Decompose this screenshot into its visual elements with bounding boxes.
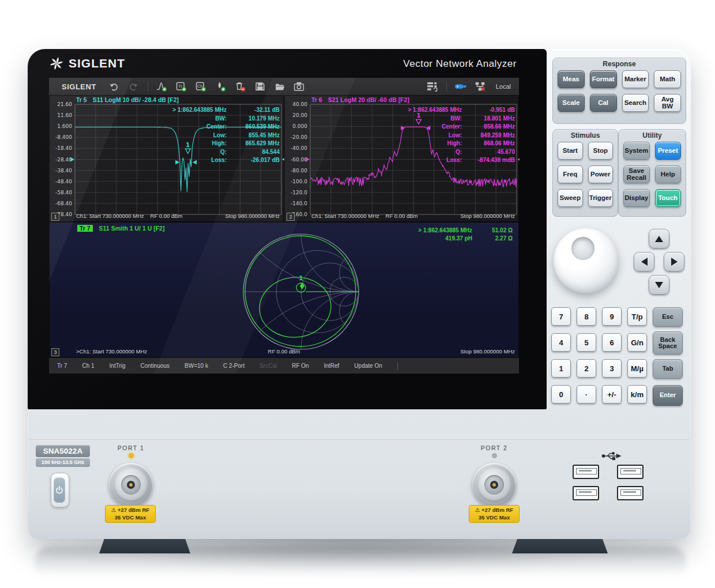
down-arrow-icon xyxy=(655,282,663,288)
rotary-knob[interactable] xyxy=(554,228,618,293)
bandwidth-stat-row: High:868.06 MHz xyxy=(368,140,515,146)
channel-footer: 1 Ch1: Start 730.000000 MHz RF 0.00 dBm … xyxy=(50,212,283,221)
svg-text:1: 1 xyxy=(299,275,303,281)
right-arrow-icon xyxy=(671,258,678,266)
up-arrow-key[interactable] xyxy=(649,229,669,248)
save-recall-button[interactable]: Save Recall xyxy=(623,165,650,183)
redo-icon[interactable] xyxy=(127,80,141,93)
svg-text:-48.40: -48.40 xyxy=(55,179,72,184)
marker-readout-panel: > 1:862.643885 MHz51.02 Ω 419.37 pH2.27 … xyxy=(368,227,513,243)
key-g-n[interactable]: G/n xyxy=(627,333,647,352)
key-0[interactable]: 0 xyxy=(551,385,571,404)
plot-s11-logmag: Tr 5S11 LogM 10 dB/ -28.4 dB [F2] 21.601… xyxy=(49,95,284,222)
key-3[interactable]: 3 xyxy=(602,359,622,378)
add-marker-icon[interactable] xyxy=(214,80,228,93)
active-trace-badge: Tr 7 xyxy=(77,225,93,232)
esc-key[interactable]: Esc xyxy=(653,307,683,327)
add-trace-icon[interactable]: Tr xyxy=(175,80,189,93)
meas-button[interactable]: Meas xyxy=(558,70,585,88)
preset-button[interactable]: Preset xyxy=(655,142,682,160)
panel-seam xyxy=(29,439,690,440)
warning-icon: ⚠ xyxy=(475,507,480,513)
tab-key[interactable]: Tab xyxy=(653,359,683,379)
key-k-m[interactable]: k/m xyxy=(627,385,647,404)
bandwidth-stat-row: Center:860.539 MHz xyxy=(133,123,280,130)
display-layout-icon[interactable] xyxy=(426,80,439,93)
save-file-icon[interactable] xyxy=(253,80,267,93)
power-button[interactable]: Power xyxy=(588,165,614,183)
stimulus-group: StimulusStartStopFreqPowerSweepTrigger xyxy=(552,129,618,217)
model-badge: SNA5022A xyxy=(36,445,90,457)
svg-text:20.00: 20.00 xyxy=(292,112,307,118)
format-button[interactable]: Format xyxy=(590,70,617,88)
toolbar-separator xyxy=(446,82,447,91)
trigger-button[interactable]: Trigger xyxy=(588,189,614,207)
down-arrow-key[interactable] xyxy=(649,275,669,295)
siglent-swirl-icon xyxy=(49,56,64,71)
usb-port[interactable] xyxy=(573,465,599,479)
frequency-range-badge: 100 kHz-13.5 GHz xyxy=(36,458,90,467)
open-file-icon[interactable] xyxy=(273,80,287,93)
power-button[interactable] xyxy=(51,473,69,507)
status-rf-on: RF On xyxy=(292,363,308,369)
scale-button[interactable]: Scale xyxy=(558,94,585,112)
key-4[interactable]: 4 xyxy=(551,333,571,352)
touch-button[interactable]: Touch xyxy=(655,189,682,207)
svg-text:-8.400: -8.400 xyxy=(55,134,72,140)
stop-button[interactable]: Stop xyxy=(588,142,614,160)
add-channel-icon[interactable]: Ch xyxy=(194,80,208,93)
screenshot-icon[interactable] xyxy=(292,80,306,93)
bandwidth-stat-row: BW:18.801 MHz xyxy=(368,115,515,122)
add-trace-graph-icon[interactable] xyxy=(155,80,169,93)
key-1[interactable]: 1 xyxy=(551,359,571,378)
key-7[interactable]: 7 xyxy=(551,307,571,326)
undo-icon[interactable] xyxy=(107,80,121,93)
start-button[interactable]: Start xyxy=(558,142,583,160)
right-arrow-key[interactable] xyxy=(664,252,684,272)
port2-warning-label: ⚠ +27 dBm RF35 VDC Max xyxy=(469,505,520,523)
svg-text:0.000: 0.000 xyxy=(292,123,307,129)
usb-port[interactable] xyxy=(573,486,599,500)
search-button[interactable]: Search xyxy=(622,94,649,112)
display-button[interactable]: Display xyxy=(623,189,650,207)
key-plus-minus[interactable]: +/- xyxy=(602,385,622,404)
lan-status-error-icon[interactable] xyxy=(473,80,487,93)
avg-bw-button[interactable]: Avg BW xyxy=(654,94,681,112)
status-ch-1: Ch 1 xyxy=(82,363,94,369)
freq-button[interactable]: Freq xyxy=(558,165,583,183)
usb-port[interactable] xyxy=(617,486,644,500)
svg-text:-140.0: -140.0 xyxy=(291,201,307,206)
marker-button[interactable]: Marker xyxy=(622,70,649,88)
port1-warning-label: ⚠ +27 dBm RF35 VDC Max xyxy=(105,505,156,523)
key-8[interactable]: 8 xyxy=(577,307,596,326)
channel-number-badge: 3 xyxy=(51,348,59,356)
product-title: Vector Network Analyzer xyxy=(403,58,517,70)
sweep-button[interactable]: Sweep xyxy=(558,189,583,207)
key-5[interactable]: 5 xyxy=(577,333,596,352)
delete-trace-icon[interactable] xyxy=(234,80,247,93)
channel-footer: 2 Ch1: Start 730.000000 MHz RF 0.00 dBm … xyxy=(285,212,518,221)
usb-device-icon[interactable] xyxy=(454,80,468,93)
status-srccal: SrcCal xyxy=(259,363,277,369)
key-dot[interactable]: · xyxy=(577,385,596,404)
svg-text:-68.40: -68.40 xyxy=(55,201,72,206)
response-group: ResponseMeasFormatMarkerMathScaleCalSear… xyxy=(552,58,686,124)
usb-symbol-icon xyxy=(596,451,627,461)
key-9[interactable]: 9 xyxy=(602,307,622,326)
enter-key[interactable]: Enter xyxy=(653,385,683,406)
smith-graph: 1 xyxy=(240,231,362,352)
math-button[interactable]: Math xyxy=(654,70,681,88)
channel-footer: 3 >Ch1: Start 730.000000 MHz RF 0.00 dBm… xyxy=(50,348,518,356)
system-button[interactable]: System xyxy=(623,142,650,160)
back-space-key[interactable]: Back Space xyxy=(653,331,683,355)
key-6[interactable]: 6 xyxy=(602,333,622,352)
key-t-p[interactable]: T/p xyxy=(627,307,647,326)
key-m-µ[interactable]: M/µ xyxy=(627,359,647,378)
usb-port[interactable] xyxy=(617,465,644,479)
help-button[interactable]: Help xyxy=(655,165,682,183)
cal-button[interactable]: Cal xyxy=(590,94,617,112)
key-2[interactable]: 2 xyxy=(577,359,596,378)
svg-text:-100.0: -100.0 xyxy=(291,179,307,184)
svg-text:1.600: 1.600 xyxy=(57,123,72,129)
left-arrow-key[interactable] xyxy=(634,252,654,272)
